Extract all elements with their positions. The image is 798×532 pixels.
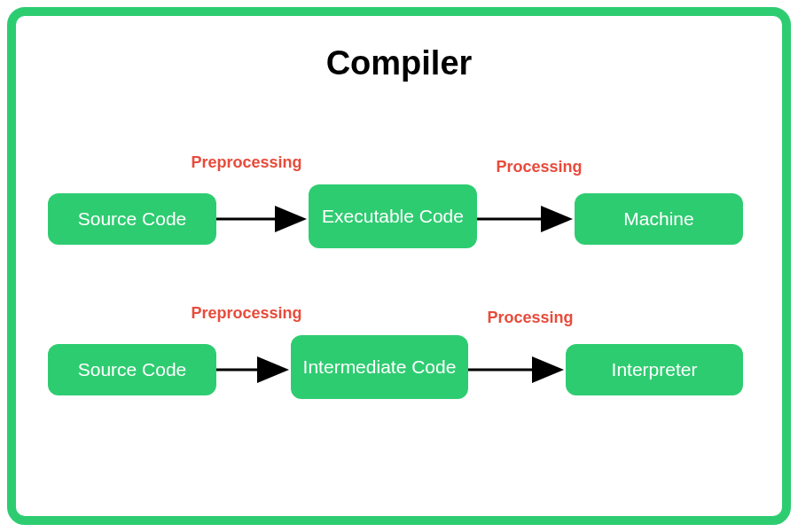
node-executable-code: Executable Code: [309, 184, 477, 248]
flow-arrows: [16, 16, 782, 516]
edge-label-preprocessing-1: Preprocessing: [176, 153, 317, 172]
node-interpreter: Interpreter: [566, 344, 743, 395]
edge-label-preprocessing-2: Preprocessing: [176, 304, 317, 323]
edge-label-processing-1: Processing: [486, 158, 592, 176]
node-source-code-2: Source Code: [48, 344, 216, 395]
node-source-code-1: Source Code: [48, 193, 216, 245]
node-machine: Machine: [575, 193, 743, 245]
diagram-title: Compiler: [16, 44, 782, 82]
diagram-frame: Compiler Source Code Executable Code Mac…: [7, 7, 791, 525]
edge-label-processing-2: Processing: [477, 309, 583, 327]
node-intermediate-code: Intermediate Code: [291, 335, 468, 399]
